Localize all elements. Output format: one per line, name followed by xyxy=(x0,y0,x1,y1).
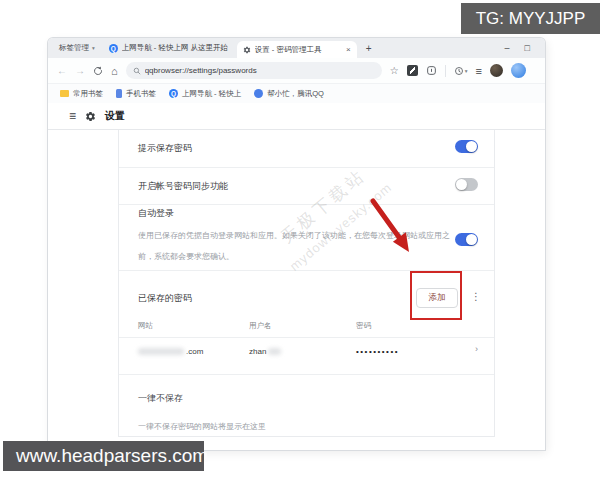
row-divider xyxy=(119,374,494,375)
search-icon xyxy=(133,67,141,75)
settings-header: ≡ 设置 xyxy=(48,103,545,130)
bookmark-help[interactable]: 帮小忙，腾讯QQ xyxy=(254,89,324,99)
bookmark-nav[interactable]: Q 上网导航 - 轻快上 xyxy=(169,89,241,99)
password-row-username: zhan xyxy=(249,347,281,356)
download-icon[interactable] xyxy=(426,65,437,76)
auto-login-toggle[interactable] xyxy=(455,233,478,246)
site-watermark-badge: www.headparsers.com xyxy=(3,441,204,471)
gear-icon xyxy=(85,111,96,122)
column-header-site: 网站 xyxy=(138,321,153,331)
tab-settings[interactable]: 设置 - 密码管理工具 × xyxy=(237,41,357,58)
maximize-button[interactable]: □ xyxy=(525,43,530,53)
phone-icon xyxy=(116,89,122,98)
column-header-username: 用户名 xyxy=(249,321,272,331)
minimize-button[interactable]: – xyxy=(505,43,510,53)
history-button[interactable]: ▾ xyxy=(454,66,468,76)
tab-close-icon[interactable]: × xyxy=(346,45,351,54)
bookmark-label: 常用书签 xyxy=(73,89,103,99)
avatar[interactable] xyxy=(490,64,503,77)
tab-home-title: 上网导航 - 轻快上网 从这里开始 xyxy=(122,43,229,53)
blurred-text xyxy=(268,348,281,355)
browser-window: 标签管理 ▾ Q 上网导航 - 轻快上网 从这里开始 设置 - 密码管理工具 ×… xyxy=(48,38,545,450)
bookmark-label: 手机书签 xyxy=(126,89,156,99)
screenshot-page: TG: MYYJJPP 标签管理 ▾ Q 上网导航 - 轻快上网 从这里开始 设… xyxy=(0,0,600,480)
tab-manager-label: 标签管理 xyxy=(59,43,89,53)
clock-icon xyxy=(454,66,464,76)
tab-settings-title: 设置 - 密码管理工具 xyxy=(255,45,342,55)
tab-strip: 标签管理 ▾ Q 上网导航 - 轻快上网 从这里开始 设置 - 密码管理工具 ×… xyxy=(48,38,545,58)
forward-icon[interactable]: → xyxy=(75,65,85,76)
bookmarks-bar: 常用书签 手机书签 Q 上网导航 - 轻快上 帮小忙，腾讯QQ xyxy=(48,84,545,103)
annotation-arrow xyxy=(352,190,424,262)
bookmark-label: 帮小忙，腾讯QQ xyxy=(267,89,324,99)
chevron-down-icon: ▾ xyxy=(92,45,95,51)
toggle-knob xyxy=(456,179,467,190)
hamburger-menu-icon[interactable]: ≡ xyxy=(69,109,76,123)
row-divider xyxy=(119,204,494,205)
folder-icon xyxy=(60,90,69,97)
sync-label: 开启帐号密码同步功能 xyxy=(138,180,228,193)
save-prompt-toggle[interactable] xyxy=(455,140,478,153)
toolbar-divider xyxy=(445,65,446,77)
bookmark-mobile[interactable]: 手机书签 xyxy=(116,89,156,99)
sidebar-toggle-icon[interactable] xyxy=(511,63,526,78)
bookmark-label: 上网导航 - 轻快上 xyxy=(182,89,241,99)
table-divider xyxy=(119,337,494,338)
toggle-knob xyxy=(466,234,477,245)
home-icon[interactable]: ⌂ xyxy=(111,65,118,77)
sync-toggle[interactable] xyxy=(455,178,478,191)
page-title: 设置 xyxy=(105,109,125,123)
chevron-down-icon: ▾ xyxy=(465,68,468,74)
address-bar[interactable]: qqbrowser://settings/passwords xyxy=(126,62,382,79)
password-row-site: .com xyxy=(138,347,203,356)
new-tab-button[interactable]: + xyxy=(366,43,372,54)
bookmark-common[interactable]: 常用书签 xyxy=(60,89,103,99)
column-header-password: 密码 xyxy=(356,321,371,331)
browser-toolbar: ← → ⌂ qqbrowser://settings/passwords ☆ ▾ xyxy=(48,58,545,84)
url-text: qqbrowser://settings/passwords xyxy=(145,66,257,75)
never-save-note: 一律不保存密码的网站将显示在这里 xyxy=(138,421,266,432)
tab-manager-button[interactable]: 标签管理 ▾ xyxy=(59,43,95,53)
site-text: .com xyxy=(186,347,203,356)
chevron-right-icon[interactable]: › xyxy=(475,344,478,354)
never-save-title: 一律不保存 xyxy=(138,392,183,405)
bookmark-star-icon[interactable]: ☆ xyxy=(390,65,399,76)
back-icon[interactable]: ← xyxy=(57,65,67,76)
tab-home[interactable]: Q 上网导航 - 轻快上网 从这里开始 xyxy=(109,43,229,53)
gear-icon xyxy=(243,46,251,54)
kebab-menu-icon[interactable]: ⋮ xyxy=(471,291,481,302)
extensions-icon[interactable] xyxy=(407,65,418,76)
qq-browser-logo-icon: Q xyxy=(169,89,178,98)
row-divider xyxy=(119,167,494,168)
username-text: zhan xyxy=(249,347,266,356)
reload-icon[interactable] xyxy=(93,66,103,76)
site-favicon-icon xyxy=(254,89,263,98)
annotation-highlight-box xyxy=(410,271,462,320)
save-prompt-label: 提示保存密码 xyxy=(138,142,192,155)
menu-icon[interactable]: ≡ xyxy=(475,65,481,77)
qq-browser-logo-icon: Q xyxy=(109,44,118,53)
tg-watermark-badge: TG: MYYJJPP xyxy=(461,3,600,34)
toggle-knob xyxy=(466,141,477,152)
password-row-password: •••••••••• xyxy=(356,347,399,356)
blurred-text xyxy=(138,348,184,355)
saved-passwords-title: 已保存的密码 xyxy=(138,292,192,305)
auto-login-label: 自动登录 xyxy=(138,207,174,220)
